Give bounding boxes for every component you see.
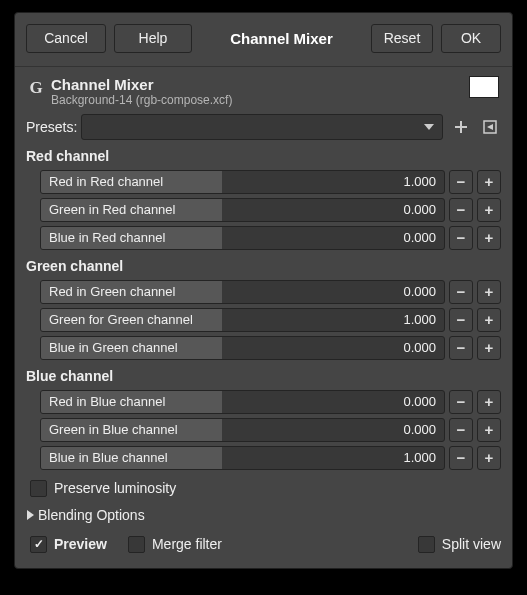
red-slider-0[interactable]: Red in Red channel1.000: [40, 170, 445, 194]
ok-button[interactable]: OK: [441, 24, 501, 53]
red-row-1: Green in Red channel0.000−+: [40, 197, 501, 222]
chevron-down-icon: [424, 124, 434, 130]
merge-filter-checkbox[interactable]: [128, 536, 145, 553]
dialog-bar-title: Channel Mixer: [230, 30, 333, 47]
split-view-checkbox[interactable]: [418, 536, 435, 553]
blue-row-0: Red in Blue channel0.000−+: [40, 389, 501, 414]
slider-value: 1.000: [403, 309, 436, 331]
merge-filter-label: Merge filter: [152, 536, 222, 552]
blue-inc-1[interactable]: +: [477, 418, 501, 442]
green-inc-1[interactable]: +: [477, 308, 501, 332]
red-row-0: Red in Red channel1.000−+: [40, 169, 501, 194]
red-inc-0[interactable]: +: [477, 170, 501, 194]
blending-options-label: Blending Options: [38, 507, 145, 523]
slider-name: Blue in Red channel: [49, 227, 165, 249]
red-slider-2[interactable]: Blue in Red channel0.000: [40, 226, 445, 250]
blue-dec-0[interactable]: −: [449, 390, 473, 414]
blue-inc-2[interactable]: +: [477, 446, 501, 470]
slider-value: 1.000: [403, 171, 436, 193]
slider-value: 0.000: [403, 281, 436, 303]
slider-value: 0.000: [403, 227, 436, 249]
blue-row-2: Blue in Blue channel1.000−+: [40, 445, 501, 470]
preset-menu-button[interactable]: [478, 115, 501, 138]
presets-dropdown[interactable]: [81, 114, 443, 140]
slider-value: 0.000: [403, 337, 436, 359]
blue-dec-1[interactable]: −: [449, 418, 473, 442]
green-dec-1[interactable]: −: [449, 308, 473, 332]
preset-add-button[interactable]: [449, 115, 472, 138]
preview-label: Preview: [54, 536, 107, 552]
green-row-2: Blue in Green channel0.000−+: [40, 335, 501, 360]
slider-value: 1.000: [403, 447, 436, 469]
triangle-right-icon: [27, 510, 34, 520]
channel-mixer-dialog: Cancel Help Channel Mixer Reset OK G Cha…: [14, 12, 513, 569]
reset-button[interactable]: Reset: [371, 24, 433, 53]
presets-label: Presets:: [26, 119, 81, 135]
red-dec-1[interactable]: −: [449, 198, 473, 222]
slider-name: Red in Red channel: [49, 171, 163, 193]
dialog-title: Channel Mixer: [51, 76, 232, 93]
cancel-button[interactable]: Cancel: [26, 24, 106, 53]
red-inc-2[interactable]: +: [477, 226, 501, 250]
green-dec-0[interactable]: −: [449, 280, 473, 304]
slider-name: Red in Green channel: [49, 281, 175, 303]
slider-name: Green in Red channel: [49, 199, 175, 221]
red-row-2: Blue in Red channel0.000−+: [40, 225, 501, 250]
blue-slider-2[interactable]: Blue in Blue channel1.000: [40, 446, 445, 470]
slider-value: 0.000: [403, 391, 436, 413]
red-slider-1[interactable]: Green in Red channel0.000: [40, 198, 445, 222]
slider-name: Green in Blue channel: [49, 419, 178, 441]
green-inc-0[interactable]: +: [477, 280, 501, 304]
green-slider-0[interactable]: Red in Green channel0.000: [40, 280, 445, 304]
green-channel-section-title: Green channel: [26, 256, 501, 276]
blending-options-expander[interactable]: Blending Options: [26, 504, 501, 526]
preserve-luminosity-checkbox[interactable]: [30, 480, 47, 497]
green-row-0: Red in Green channel0.000−+: [40, 279, 501, 304]
green-inc-2[interactable]: +: [477, 336, 501, 360]
slider-value: 0.000: [403, 419, 436, 441]
dialog-header: G Channel Mixer Background-14 (rgb-compo…: [15, 67, 512, 110]
preview-checkbox[interactable]: [30, 536, 47, 553]
green-slider-2[interactable]: Blue in Green channel0.000: [40, 336, 445, 360]
help-button[interactable]: Help: [114, 24, 192, 53]
blue-row-1: Green in Blue channel0.000−+: [40, 417, 501, 442]
gimp-icon: G: [25, 78, 47, 98]
blue-slider-1[interactable]: Green in Blue channel0.000: [40, 418, 445, 442]
red-dec-2[interactable]: −: [449, 226, 473, 250]
red-inc-1[interactable]: +: [477, 198, 501, 222]
blue-dec-2[interactable]: −: [449, 446, 473, 470]
split-view-label: Split view: [442, 536, 501, 552]
dialog-subtitle: Background-14 (rgb-compose.xcf): [51, 93, 232, 107]
preserve-luminosity-label: Preserve luminosity: [54, 480, 176, 496]
green-row-1: Green for Green channel1.000−+: [40, 307, 501, 332]
color-swatch[interactable]: [469, 76, 499, 98]
red-dec-0[interactable]: −: [449, 170, 473, 194]
red-channel-section-title: Red channel: [26, 146, 501, 166]
blue-slider-0[interactable]: Red in Blue channel0.000: [40, 390, 445, 414]
action-button-bar: Cancel Help Channel Mixer Reset OK: [15, 13, 512, 67]
slider-name: Red in Blue channel: [49, 391, 165, 413]
slider-name: Blue in Blue channel: [49, 447, 168, 469]
blue-channel-section-title: Blue channel: [26, 366, 501, 386]
slider-name: Green for Green channel: [49, 309, 193, 331]
green-slider-1[interactable]: Green for Green channel1.000: [40, 308, 445, 332]
slider-value: 0.000: [403, 199, 436, 221]
blue-inc-0[interactable]: +: [477, 390, 501, 414]
green-dec-2[interactable]: −: [449, 336, 473, 360]
slider-name: Blue in Green channel: [49, 337, 178, 359]
